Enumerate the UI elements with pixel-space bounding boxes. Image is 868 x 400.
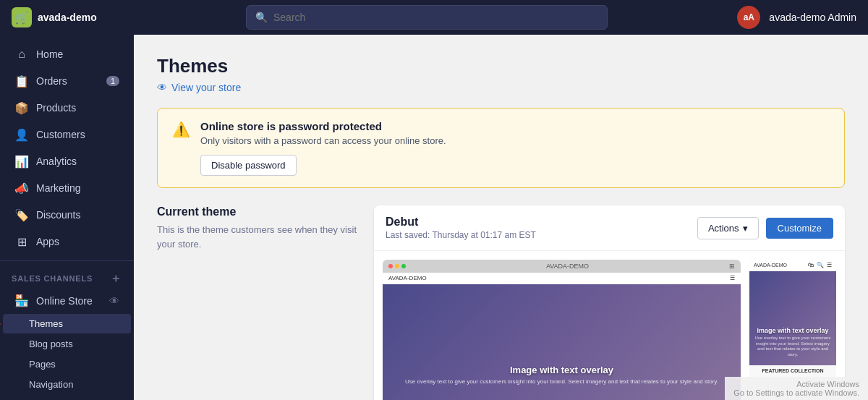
blog-posts-label: Blog posts [29, 339, 73, 349]
browser-bar: AVADA-DEMO ⊞ [383, 260, 741, 273]
sidebar-item-blog-posts[interactable]: Blog posts [3, 334, 131, 354]
current-theme-info: Current theme This is the theme customer… [157, 205, 359, 400]
brand[interactable]: 🛒 avada-demo [12, 7, 142, 27]
sidebar-item-pages[interactable]: Pages [3, 354, 131, 374]
sidebar-item-label: Apps [36, 236, 59, 247]
themes-label: Themes [29, 318, 63, 329]
overlay-text: Use overlay text to give your customers … [383, 378, 741, 386]
topbar: 🛒 avada-demo 🔍 aA avada-demo Admin [0, 0, 868, 35]
admin-name: avada-demo Admin [769, 12, 856, 23]
search-icon: 🔍 [255, 12, 268, 23]
online-store-label: Online Store [36, 295, 93, 307]
themes-grid: Current theme This is the theme customer… [157, 205, 845, 400]
sidebar-item-analytics[interactable]: 📊 Analytics [3, 148, 131, 174]
dot-red [388, 264, 393, 268]
orders-icon: 📋 [14, 74, 29, 88]
eye-icon[interactable]: 👁 [109, 295, 119, 307]
divider [0, 260, 134, 261]
sidebar-item-marketing[interactable]: 📣 Marketing [3, 175, 131, 201]
nav-icons: ⊞ [729, 263, 735, 270]
sidebar-item-apps[interactable]: ⊞ Apps [3, 229, 131, 255]
main-content: Themes 👁 View your store ⚠️ Online store… [134, 35, 868, 400]
search-container: 🔍 [142, 5, 712, 30]
sidebar-item-themes[interactable]: Themes ➤ [3, 314, 131, 333]
preview-nav: AVADA-DEMO ☰ [383, 273, 741, 284]
cart-icon: 🛍 [808, 262, 814, 268]
discounts-icon: 🏷️ [14, 208, 29, 222]
dot-green [401, 264, 406, 268]
sidebar-item-products[interactable]: 📦 Products [3, 95, 131, 121]
sidebar-item-customers[interactable]: 👤 Customers [3, 122, 131, 148]
mobile-text-overlay: Image with text overlay Use overlay text… [749, 327, 836, 358]
sales-channels-header: SALES CHANNELS ＋ [0, 267, 134, 287]
customers-icon: 👤 [14, 127, 29, 142]
theme-name: Debut [386, 216, 536, 229]
store-name-bar: AVADA-DEMO [546, 263, 589, 270]
desktop-preview: AVADA-DEMO ⊞ AVADA-DEMO ☰ [383, 260, 741, 400]
add-channel-button[interactable]: ＋ [110, 273, 122, 284]
pages-label: Pages [29, 359, 56, 370]
mobile-store-name: AVADA-DEMO [754, 263, 787, 268]
eye-icon: 👁 [157, 82, 167, 93]
menu-icon: ☰ [827, 262, 832, 268]
brand-name: avada-demo [38, 12, 97, 23]
search-nav-icon: ⊞ [729, 263, 735, 270]
sidebar-item-orders[interactable]: 📋 Orders 1 [3, 68, 131, 94]
sidebar-item-domains[interactable]: Domains [3, 395, 131, 400]
theme-card-header: Debut Last saved: Thursday at 01:17 am E… [374, 205, 845, 251]
view-store-label: View your store [171, 82, 241, 93]
sidebar: ⌂ Home 📋 Orders 1 📦 Products 👤 Customers… [0, 35, 134, 400]
theme-actions: Actions ▾ Customize [697, 217, 833, 239]
mobile-nav: AVADA-DEMO 🛍 🔍 ☰ [749, 260, 836, 271]
current-theme-heading: Current theme [157, 205, 359, 218]
mobile-featured-label: FEATURED COLLECTION [754, 368, 832, 373]
search-box[interactable]: 🔍 [246, 5, 608, 30]
search-input[interactable] [273, 12, 598, 23]
home-icon: ⌂ [14, 47, 29, 61]
dot-yellow [395, 264, 399, 268]
sidebar-item-label: Orders [36, 75, 67, 87]
sidebar-item-label: Customers [36, 129, 85, 140]
warning-banner: ⚠️ Online store is password protected On… [157, 108, 845, 188]
products-icon: 📦 [14, 101, 29, 115]
sidebar-item-label: Home [36, 48, 63, 60]
sales-channels-label: SALES CHANNELS [12, 274, 93, 283]
warning-description: Only visitors with a password can access… [200, 135, 446, 146]
sidebar-item-label: Analytics [36, 156, 77, 167]
browser-dots [388, 264, 406, 268]
actions-button[interactable]: Actions ▾ [697, 217, 759, 239]
preview-nav-right: ☰ [730, 275, 735, 281]
sidebar-item-label: Marketing [36, 182, 80, 194]
avatar[interactable]: aA [737, 6, 760, 29]
activation-notice: Activate Windows Go to Settings to activ… [725, 377, 868, 400]
mobile-overlay-text: Use overlay text to give your customers … [754, 336, 832, 358]
theme-last-saved: Last saved: Thursday at 01:17 am EST [386, 230, 536, 240]
view-store-link[interactable]: 👁 View your store [157, 82, 845, 93]
actions-label: Actions [708, 223, 739, 234]
customize-button[interactable]: Customize [766, 218, 833, 239]
activation-line2: Go to Settings to activate Windows. [733, 388, 859, 397]
analytics-icon: 📊 [14, 154, 29, 169]
mobile-hero-image: Image with text overlay Use overlay text… [749, 271, 836, 365]
mobile-nav-icons: 🛍 🔍 ☰ [808, 262, 832, 268]
store-nav-name: AVADA-DEMO [388, 275, 427, 281]
page-title: Themes [157, 55, 845, 77]
mobile-overlay-title: Image with text overlay [754, 327, 832, 334]
brand-icon: 🛒 [12, 7, 32, 27]
sidebar-item-navigation[interactable]: Navigation [3, 375, 131, 394]
sidebar-item-discounts[interactable]: 🏷️ Discounts [3, 202, 131, 228]
sidebar-item-home[interactable]: ⌂ Home [3, 41, 131, 67]
online-store-left: 🏪 Online Store [14, 294, 93, 307]
overlay-title: Image with text overlay [383, 365, 741, 375]
warning-content: Online store is password protected Only … [200, 120, 446, 176]
sidebar-item-online-store[interactable]: 🏪 Online Store 👁 [3, 288, 131, 313]
disable-password-button[interactable]: Disable password [200, 155, 297, 176]
current-theme-description: This is the theme customers see when the… [157, 223, 359, 251]
marketing-icon: 📣 [14, 181, 29, 195]
navigation-label: Navigation [29, 379, 73, 390]
sidebar-item-label: Products [36, 102, 76, 114]
apps-icon: ⊞ [14, 234, 29, 249]
theme-info: Debut Last saved: Thursday at 01:17 am E… [386, 216, 536, 240]
chevron-down-icon: ▾ [743, 223, 748, 234]
sidebar-item-label: Discounts [36, 209, 80, 221]
